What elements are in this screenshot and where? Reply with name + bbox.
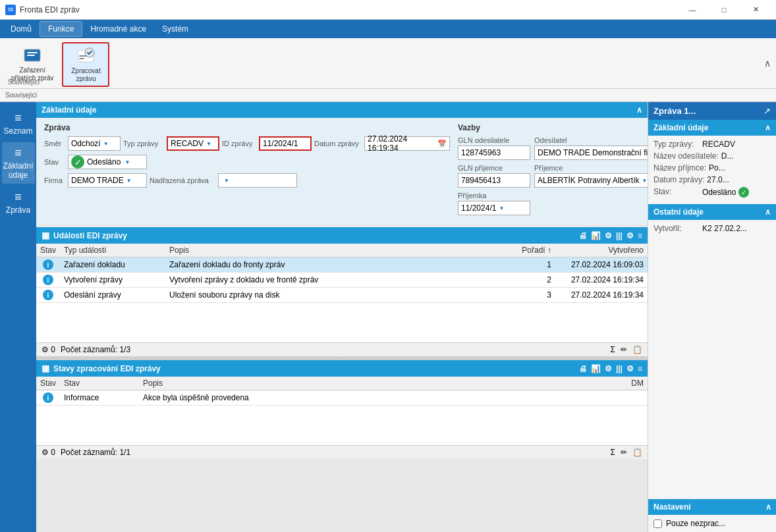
- event-row[interactable]: i Odeslání zprávy Uložení souboru zprávy…: [36, 288, 648, 303]
- menu-system[interactable]: Systém: [154, 22, 196, 36]
- gln-odes-label: GLN odesilatele: [458, 136, 530, 144]
- id-zpravy-field[interactable]: 11/2024/1: [259, 136, 312, 151]
- stavy-header[interactable]: ▦ Stavy zpracování EDI zprávy 🖨 📊 ⚙ ||| …: [36, 360, 648, 377]
- nadrazena-dropdown-arrow[interactable]: ▼: [223, 178, 231, 184]
- close-button[interactable]: ✕: [740, 0, 771, 20]
- gln-odes-field[interactable]: 128745963: [458, 146, 530, 160]
- pouze-nezprac-checkbox[interactable]: [653, 519, 662, 528]
- maximize-button[interactable]: □: [709, 0, 739, 20]
- smer-label: Směr: [44, 140, 65, 147]
- sidebar-item-zakladni-label: Základníúdaje: [3, 161, 33, 180]
- ribbon-btn-zarazeni[interactable]: Zařazenípřijatých zpráv: [5, 42, 59, 86]
- prijemce-label: Příjemce: [534, 164, 648, 172]
- rp-expand-icon[interactable]: ↗: [763, 106, 771, 116]
- rp-ostatni-header[interactable]: Ostatní údaje ∧: [648, 204, 776, 220]
- menu-funkce[interactable]: Funkce: [40, 21, 82, 37]
- prijemce-field[interactable]: ALBERTÍK Potraviny Albertík ▼: [534, 173, 648, 188]
- event-row[interactable]: i Zařazení dokladu Zařazení dokladu do f…: [36, 257, 648, 273]
- event-vytvoreno-2: 27.02.2024 16:19:34: [555, 273, 648, 288]
- stavy-sum-icon[interactable]: Σ: [611, 448, 615, 457]
- rp-odes-value: D...: [721, 151, 771, 161]
- stavy-chart-icon[interactable]: 📊: [591, 364, 601, 373]
- pouze-nezprac-row: Pouze nezprac...: [653, 519, 771, 528]
- ribbon-collapse-btn[interactable]: ∧: [764, 58, 771, 68]
- rp-ostatni-section: Ostatní údaje ∧ Vytvořil: K2 27.02.2...: [648, 204, 776, 240]
- events-sum-icon[interactable]: Σ: [611, 345, 615, 354]
- gln-odes-value: 128745963: [461, 148, 501, 157]
- stavy-copy-icon[interactable]: 📋: [632, 448, 642, 457]
- stavy-row[interactable]: i Informace Akce byla úspěšně provedena: [36, 390, 648, 406]
- datum-field[interactable]: 27.02.2024 16:19:34 📅: [364, 136, 450, 151]
- event-row[interactable]: i Vytvoření zprávy Vytvoření zprávy z do…: [36, 273, 648, 288]
- firma-label: Firma: [44, 176, 65, 184]
- menu-domu[interactable]: Domů: [3, 22, 40, 36]
- rp-ostatni-title: Ostatní údaje: [653, 207, 704, 217]
- firma-dropdown-arrow[interactable]: ▼: [125, 178, 133, 184]
- rp-header: Zpráva 1... ↗: [648, 102, 776, 120]
- events-edit-icon[interactable]: ✏: [621, 345, 627, 354]
- nadrazena-label: Nadřazená zpráva: [150, 176, 215, 184]
- nadrazena-field[interactable]: ▼: [218, 173, 297, 188]
- stavy-gear-icon[interactable]: ⚙: [626, 364, 634, 373]
- zakladni-header[interactable]: Základní údaje ∧: [36, 102, 648, 118]
- typ-zpravy-value: RECADV: [171, 139, 204, 148]
- ribbon-btn-zpracovat[interactable]: Zpracovatzprávu: [62, 42, 109, 87]
- events-copy-icon[interactable]: 📋: [632, 345, 642, 354]
- menu-hromadne[interactable]: Hromadné akce: [82, 22, 154, 36]
- stav-field[interactable]: ✓ Odesláno ▼: [68, 155, 147, 169]
- stavy-settings-icon[interactable]: ⚙: [605, 364, 612, 373]
- rp-zakladni-header[interactable]: Základní údaje ∧: [648, 120, 776, 136]
- events-chart-icon[interactable]: 📊: [591, 231, 601, 240]
- stavy-settings2-icon[interactable]: ⚙ 0: [42, 448, 55, 457]
- rp-zakladni-section: Základní údaje ∧ Typ zprávy: RECADV Náze…: [648, 120, 776, 204]
- vazby-col3: GLN příjemce 789456413: [458, 164, 530, 188]
- minimize-button[interactable]: —: [677, 0, 707, 20]
- rp-row-typ: Typ zprávy: RECADV: [653, 140, 771, 149]
- gln-prijemce-field[interactable]: 789456413: [458, 173, 530, 188]
- vazby-group: Vazby GLN odesilatele 128745963 Odesílat…: [458, 123, 648, 219]
- calendar-icon[interactable]: 📅: [437, 140, 447, 148]
- stavy-edit-icon[interactable]: ✏: [621, 448, 627, 457]
- vazby-row1: GLN odesilatele 128745963 Odesílatel DEM…: [458, 136, 648, 160]
- rp-ostatni-content: Vytvořil: K2 27.02.2...: [648, 220, 776, 240]
- titlebar-controls[interactable]: — □ ✕: [677, 0, 771, 20]
- events-gear-icon[interactable]: ⚙: [626, 231, 634, 240]
- events-settings-icon[interactable]: ⚙: [605, 231, 612, 240]
- smer-dropdown-arrow[interactable]: ▼: [102, 141, 110, 147]
- stavy-columns-icon[interactable]: |||: [616, 364, 623, 373]
- typ-dropdown-arrow[interactable]: ▼: [205, 141, 213, 147]
- rp-nastaveni-header[interactable]: Nastavení ∧: [648, 499, 776, 515]
- pouze-nezprac-label[interactable]: Pouze nezprac...: [666, 519, 725, 528]
- main-body: ≡ Seznam ≡ Základníúdaje ≡ Zpráva Základ…: [0, 102, 776, 532]
- events-menu-icon[interactable]: ≡: [638, 231, 642, 240]
- rp-zakladni-content: Typ zprávy: RECADV Název odesílatele: D.…: [648, 136, 776, 204]
- event-vytvoreno-1: 27.02.2024 16:09:03: [555, 257, 648, 273]
- zarazeni-icon: [22, 45, 43, 66]
- stavy-print-icon[interactable]: 🖨: [579, 364, 587, 373]
- prijemka-field[interactable]: 11/2024/1 ▼: [458, 201, 530, 215]
- stavy-menu-icon[interactable]: ≡: [638, 364, 642, 373]
- events-print-icon[interactable]: 🖨: [579, 231, 587, 240]
- typ-zpravy-field[interactable]: RECADV ▼: [167, 136, 219, 151]
- rp-row-odes: Název odesílatele: D...: [653, 151, 771, 161]
- rp-typ-value: RECADV: [702, 140, 771, 149]
- event-typ-2: Vytvoření zprávy: [60, 273, 165, 288]
- sidebar-item-zprava[interactable]: ≡ Zpráva: [2, 186, 35, 219]
- prijemce-dropdown-arrow[interactable]: ▼: [641, 178, 648, 184]
- sidebar-item-seznam[interactable]: ≡ Seznam: [2, 107, 35, 140]
- events-header[interactable]: ▦ Události EDI zprávy 🖨 📊 ⚙ ||| ⚙ ≡: [36, 227, 648, 244]
- events-settings2-icon[interactable]: ⚙ 0: [42, 345, 55, 354]
- stav-check-icon: ✓: [71, 155, 84, 169]
- odes-field[interactable]: DEMO TRADE Demonstrační firma Trade, spo…: [534, 146, 648, 160]
- prijemka-dropdown-arrow[interactable]: ▼: [497, 205, 505, 211]
- stav-dropdown-arrow[interactable]: ▼: [123, 159, 131, 165]
- events-columns-icon[interactable]: |||: [616, 231, 623, 240]
- sidebar: ≡ Seznam ≡ Základníúdaje ≡ Zpráva: [0, 102, 36, 532]
- firma-field[interactable]: DEMO TRADE ▼: [68, 173, 147, 188]
- smer-field[interactable]: Odchozí ▼: [68, 136, 121, 151]
- sidebar-item-zakladni[interactable]: ≡ Základníúdaje: [2, 142, 35, 184]
- stavy-footer: ⚙ 0 Počet záznamů: 1/1 Σ ✏ 📋: [36, 445, 648, 459]
- vazby-col4: Příjemce ALBERTÍK Potraviny Albertík ▼: [534, 164, 648, 188]
- vazby-group-title: Vazby: [458, 123, 648, 132]
- rp-typ-label: Typ zprávy:: [653, 140, 700, 149]
